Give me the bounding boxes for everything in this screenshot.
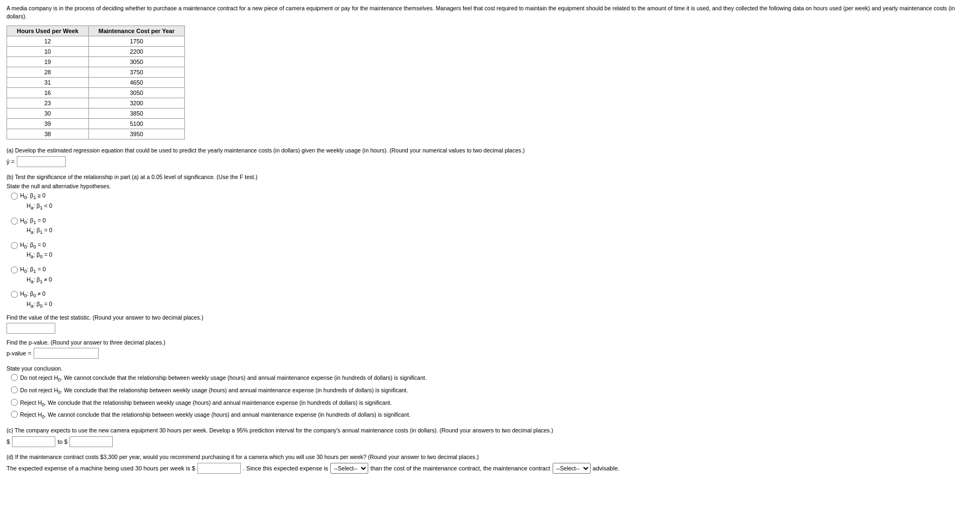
state-hypotheses-label: State the null and alternative hypothese… — [7, 183, 973, 189]
hyp3-line2: Ha: β0 = 0 — [27, 251, 52, 261]
to-label: to $ — [57, 438, 67, 445]
hypothesis-radio-5[interactable] — [11, 291, 18, 298]
data-table: Hours Used per Week Maintenance Cost per… — [7, 26, 185, 139]
part-d-line1-start: The expected expense of a machine being … — [7, 465, 195, 472]
hyp4-line1: H0: β1 = 0 — [20, 265, 52, 276]
table-row: 3200 — [88, 98, 184, 109]
part-a-description: (a) Develop the estimated regression equ… — [7, 147, 973, 154]
table-row: 10 — [7, 47, 89, 57]
state-conclusion-label: State your conclusion. — [7, 365, 973, 372]
hyp2-line2: Ha: β1 = 0 — [27, 226, 52, 237]
col1-header: Hours Used per Week — [7, 26, 89, 36]
find-test-stat-label: Find the value of the test statistic. (R… — [7, 314, 973, 321]
prediction-interval-high[interactable] — [69, 436, 113, 447]
hypothesis-radio-4[interactable] — [11, 266, 18, 273]
conclusion-options-group: Do not reject H0. We cannot conclude tha… — [11, 374, 973, 421]
part-d-description: (d) If the maintenance contract costs $3… — [7, 454, 973, 460]
conclusion-text-4: Reject H0. We cannot conclude that the r… — [20, 411, 411, 421]
table-row: 2200 — [88, 47, 184, 57]
dollar-label-1: $ — [7, 438, 10, 445]
pvalue-label: p-value = — [7, 350, 31, 356]
col2-header: Maintenance Cost per Year — [88, 26, 184, 36]
conclusion-radio-4[interactable] — [11, 411, 18, 418]
table-row: 28 — [7, 67, 89, 78]
hypothesis-radio-3[interactable] — [11, 242, 18, 249]
part-d-line1-end: than the cost of the maintenance contrac… — [370, 465, 550, 472]
y-hat-label: ŷ = — [7, 158, 15, 165]
hyp1-line2: Ha: β1 < 0 — [27, 202, 52, 212]
table-row: 3750 — [88, 67, 184, 78]
part-d-line1-mid: . Since this expected expense is — [243, 465, 328, 472]
conclusion-text-2: Do not reject H0. We conclude that the r… — [20, 386, 408, 396]
hyp2-line1: H0: β1 = 0 — [20, 216, 52, 227]
hypothesis-options: H0: β1 ≥ 0 Ha: β1 < 0 H0: β1 = 0 Ha: β1 … — [11, 192, 973, 310]
conclusion-text-1: Do not reject H0. We cannot conclude tha… — [20, 374, 427, 384]
prediction-interval-low[interactable] — [12, 436, 55, 447]
hypothesis-radio-2[interactable] — [11, 218, 18, 225]
table-row: 3050 — [88, 88, 184, 98]
regression-equation-input[interactable] — [17, 156, 66, 167]
find-pvalue-label: Find the p-value. (Round your answer to … — [7, 339, 973, 346]
table-row: 39 — [7, 119, 89, 129]
table-row: 3050 — [88, 57, 184, 67]
part-b-description: (b) Test the significance of the relatio… — [7, 174, 973, 180]
table-row: 5100 — [88, 119, 184, 129]
conclusion-radio-2[interactable] — [11, 386, 18, 393]
conclusion-radio-1[interactable] — [11, 374, 18, 381]
hyp3-line1: H0: β0 = 0 — [20, 241, 52, 251]
hyp5-line2: Ha: β0 = 0 — [27, 300, 52, 310]
advisable-select[interactable]: --Select--isis not — [553, 463, 591, 474]
part-d-line1-final: advisable. — [593, 465, 620, 472]
intro-text: A media company is in the process of dec… — [7, 4, 973, 20]
conclusion-radio-3[interactable] — [11, 399, 18, 406]
table-row: 3850 — [88, 109, 184, 119]
hyp1-line1: H0: β1 ≥ 0 — [20, 192, 52, 202]
table-row: 31 — [7, 78, 89, 88]
pvalue-input[interactable] — [34, 348, 99, 359]
conclusion-text-3: Reject H0. We conclude that the relation… — [20, 399, 392, 409]
hyp5-line1: H0: β0 ≠ 0 — [20, 290, 52, 300]
table-row: 38 — [7, 129, 89, 139]
table-row: 1750 — [88, 36, 184, 47]
part-c-description: (c) The company expects to use the new c… — [7, 427, 973, 434]
table-row: 16 — [7, 88, 89, 98]
comparison-select[interactable]: --Select--lessgreater — [330, 463, 368, 474]
table-row: 4650 — [88, 78, 184, 88]
table-row: 19 — [7, 57, 89, 67]
table-row: 23 — [7, 98, 89, 109]
hyp4-line2: Ha: β1 ≠ 0 — [27, 276, 52, 286]
expected-expense-input[interactable] — [197, 463, 241, 474]
table-row: 30 — [7, 109, 89, 119]
table-row: 3950 — [88, 129, 184, 139]
test-statistic-input[interactable] — [7, 323, 55, 334]
table-row: 12 — [7, 36, 89, 47]
hypothesis-radio-1[interactable] — [11, 193, 18, 200]
